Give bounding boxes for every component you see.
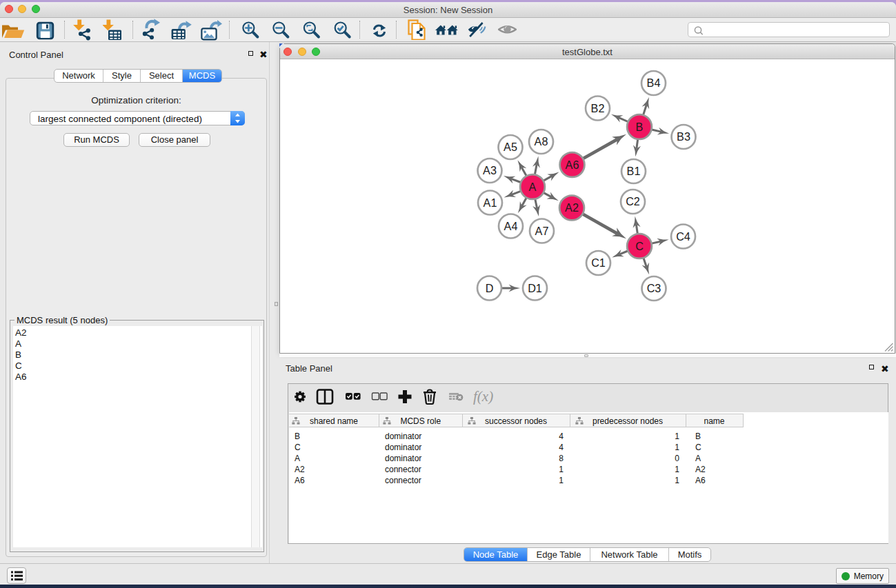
svg-text:C4: C4 — [676, 230, 690, 243]
svg-text:A5: A5 — [504, 141, 517, 153]
svg-text:C2: C2 — [626, 195, 640, 207]
svg-text:B: B — [636, 121, 644, 133]
svg-text:C: C — [635, 240, 644, 252]
svg-text:D1: D1 — [528, 282, 542, 294]
svg-text:B2: B2 — [591, 102, 605, 114]
svg-text:B3: B3 — [677, 130, 690, 143]
svg-text:D: D — [486, 282, 494, 294]
svg-text:B4: B4 — [647, 77, 661, 89]
svg-text:A6: A6 — [566, 159, 579, 171]
svg-text:C3: C3 — [647, 282, 661, 294]
svg-text:C1: C1 — [591, 256, 606, 269]
svg-text:A3: A3 — [483, 164, 497, 176]
svg-text:A4: A4 — [504, 220, 518, 232]
svg-text:A8: A8 — [535, 135, 548, 148]
svg-text:B1: B1 — [627, 165, 641, 177]
svg-text:A1: A1 — [484, 196, 497, 209]
svg-text:A7: A7 — [535, 225, 549, 237]
svg-text:A: A — [529, 181, 537, 193]
svg-text:A2: A2 — [565, 201, 579, 214]
svg-text:f(x): f(x) — [473, 388, 493, 405]
